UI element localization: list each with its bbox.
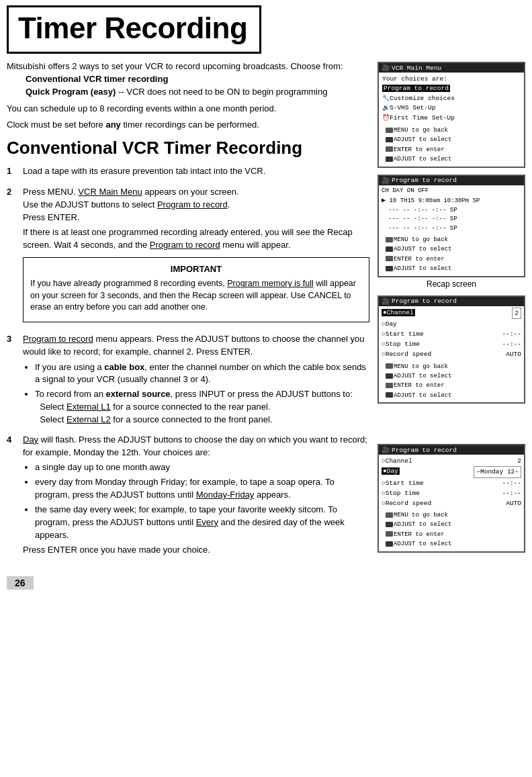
day-label-highlighted: ●Day xyxy=(382,467,400,475)
recap-title-bar: 🎥 Program to record xyxy=(379,176,524,185)
camera-icon-4: 🎥 xyxy=(382,446,390,454)
step-4-bullets: a single day up to one month away every … xyxy=(23,461,369,541)
choice-weekly: the same day every week; for example, to… xyxy=(35,504,369,542)
camera-icon-3: 🎥 xyxy=(382,298,390,306)
channel-val: 2 xyxy=(512,308,521,319)
bullet-cable-box: If you are using a cable box, enter the … xyxy=(35,361,369,387)
page-title: Timer Recording xyxy=(18,11,247,45)
prog-channel-nav: MENU to go back ADJUST to select ENTER t… xyxy=(379,361,524,403)
step-1-num: 1 xyxy=(7,165,17,178)
vcr-main-menu-screen: 🎥 VCR Main Menu Your choices are: Progra… xyxy=(378,62,525,168)
recap-body: CH DAY ON OFF ▶ 10 TH15 9:00am 10:30Pm S… xyxy=(379,185,524,235)
prog-day-nav: MENU to go back ADJUST to select ENTER t… xyxy=(379,510,524,551)
intro-p2: You can schedule up to 8 recording event… xyxy=(7,103,369,116)
step-3-bullets: If you are using a cable box, enter the … xyxy=(23,361,369,426)
prog-channel-body: ●Channel 2 ○Day ○Start time--:-- ○Stop t… xyxy=(379,306,524,361)
prog-day-screen: 🎥 Program to record ○Channel 2 ●Day –Mon… xyxy=(378,444,525,553)
section-heading: Conventional VCR Timer Recording xyxy=(7,138,369,158)
page-header: Timer Recording xyxy=(7,5,261,54)
step-1: 1 Load a tape with its erasure preventio… xyxy=(7,165,369,181)
page-number: 26 xyxy=(7,576,34,590)
highlighted-menu-item: Program to record xyxy=(382,85,450,92)
intro-section: Mitsubishi offers 2 ways to set your VCR… xyxy=(7,60,369,132)
step-2-body: Press MENU. VCR Main Menu appears on you… xyxy=(23,186,369,328)
left-column: Mitsubishi offers 2 ways to set your VCR… xyxy=(7,60,369,564)
steps-list: 1 Load a tape with its erasure preventio… xyxy=(7,165,369,559)
step-3-body: Program to record menu appears. Press th… xyxy=(23,333,369,428)
step-2-num: 2 xyxy=(7,186,17,199)
camera-icon-1: 🎥 xyxy=(382,64,390,72)
right-column: 🎥 VCR Main Menu Your choices are: Progra… xyxy=(378,60,525,564)
choice-single-day: a single day up to one month away xyxy=(35,461,369,474)
spacer xyxy=(378,410,525,437)
recap-nav: MENU to go back ADJUST to select ENTER t… xyxy=(379,234,524,276)
important-box: IMPORTANT If you have already programmed… xyxy=(23,257,369,322)
day-val: –Monday 12– xyxy=(474,466,521,477)
vcr-main-menu-nav: MENU to go back ADJUST to select ENTER t… xyxy=(379,125,524,167)
recap-arrow: ▶ xyxy=(382,197,386,204)
camera-icon-2: 🎥 xyxy=(382,177,390,185)
step-2: 2 Press MENU. VCR Main Menu appears on y… xyxy=(7,186,369,328)
step-4-body: Day will flash. Press the ADJUST buttons… xyxy=(23,434,369,559)
prog-day-title-bar: 🎥 Program to record xyxy=(379,445,524,455)
bullet-external: To record from an external source, press… xyxy=(35,388,369,426)
recap-screen-label: Recap screen xyxy=(378,279,525,289)
vcr-main-menu-title-bar: 🎥 VCR Main Menu xyxy=(379,63,524,73)
vcr-main-menu-body: Your choices are: Program to record 🔧Cus… xyxy=(379,73,524,125)
recap-screen-container: 🎥 Program to record CH DAY ON OFF ▶ 10 T… xyxy=(378,175,525,289)
step-3: 3 Program to record menu appears. Press … xyxy=(7,333,369,428)
page-footer: 26 xyxy=(0,571,532,595)
step-4-num: 4 xyxy=(7,434,17,447)
prog-channel-screen: 🎥 Program to record ●Channel 2 ○Day ○Sta… xyxy=(378,295,525,404)
intro-p1: Mitsubishi offers 2 ways to set your VCR… xyxy=(7,60,369,99)
step-3-num: 3 xyxy=(7,333,17,346)
prog-day-body: ○Channel 2 ●Day –Monday 12– ○Start time-… xyxy=(379,455,524,510)
prog-channel-title-bar: 🎥 Program to record xyxy=(379,297,524,306)
step-4: 4 Day will flash. Press the ADJUST butto… xyxy=(7,434,369,559)
intro-p3: Clock must be set before any timer recor… xyxy=(7,119,369,132)
step-1-body: Load a tape with its erasure prevention … xyxy=(23,165,369,181)
channel-label-highlighted: ●Channel xyxy=(382,309,415,316)
choice-weekday: every day from Monday through Friday; fo… xyxy=(35,476,369,502)
recap-screen: 🎥 Program to record CH DAY ON OFF ▶ 10 T… xyxy=(378,175,525,277)
